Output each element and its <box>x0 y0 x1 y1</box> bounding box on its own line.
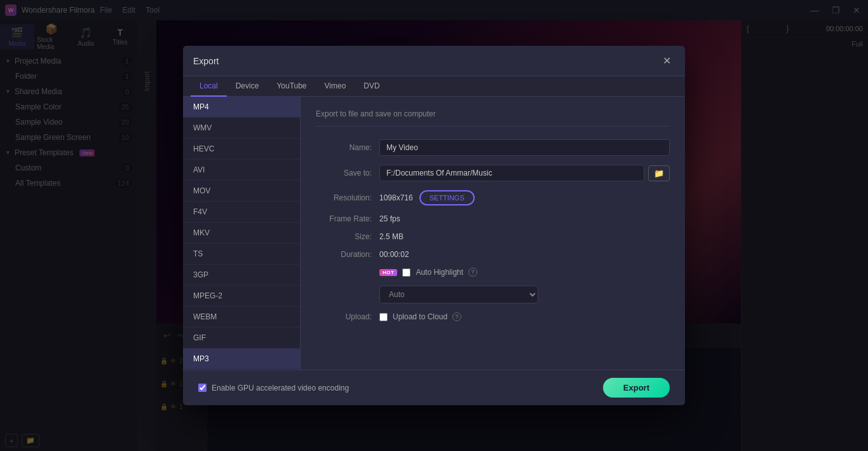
format-mkv[interactable]: MKV <box>183 223 300 244</box>
format-ts[interactable]: TS <box>183 244 300 265</box>
format-f4v[interactable]: F4V <box>183 202 300 223</box>
export-settings: Export to file and save on computer Name… <box>301 97 685 370</box>
modal-overlay: Export ✕ Local Device YouTube Vimeo DVD … <box>0 0 868 451</box>
frame-rate-label: Frame Rate: <box>316 214 379 223</box>
resolution-value: 1098x716 <box>379 193 413 202</box>
modal-footer: Enable GPU accelerated video encoding Ex… <box>183 370 685 405</box>
gpu-label: Enable GPU accelerated video encoding <box>212 384 349 392</box>
size-value: 2.5 MB <box>379 232 670 241</box>
tab-local[interactable]: Local <box>191 76 227 97</box>
save-path-input[interactable] <box>379 165 644 181</box>
duration-value: 00:00:02 <box>379 250 670 259</box>
browse-button[interactable]: 📁 <box>648 165 670 181</box>
format-mp4[interactable]: MP4 <box>183 97 300 118</box>
auto-highlight-checkbox[interactable] <box>402 268 410 277</box>
format-mp3[interactable]: MP3 <box>183 349 300 370</box>
resolution-row: Resolution: 1098x716 SETTINGS <box>316 190 670 205</box>
gpu-checkbox[interactable] <box>198 384 207 392</box>
save-to-label: Save to: <box>316 169 379 177</box>
name-input[interactable] <box>379 139 670 156</box>
save-to-row: Save to: 📁 <box>316 165 670 181</box>
tab-vimeo[interactable]: Vimeo <box>316 76 355 97</box>
export-subtitle: Export to file and save on computer <box>316 109 670 127</box>
format-wmv[interactable]: WMV <box>183 118 300 139</box>
modal-header: Export ✕ <box>183 46 685 76</box>
auto-highlight-row: HOT Auto Highlight ? <box>316 268 670 277</box>
upload-to-cloud-label: Upload to Cloud <box>393 312 447 321</box>
duration-row: Duration: 00:00:02 <box>316 250 670 259</box>
format-gif[interactable]: GIF <box>183 328 300 349</box>
upload-checkbox-row: Upload to Cloud ? <box>379 312 461 321</box>
hot-badge: HOT <box>379 269 397 276</box>
format-avi[interactable]: AVI <box>183 160 300 181</box>
modal-close-button[interactable]: ✕ <box>659 53 675 68</box>
format-hevc[interactable]: HEVC <box>183 139 300 160</box>
format-webm[interactable]: WEBM <box>183 307 300 328</box>
duration-label: Duration: <box>316 250 379 259</box>
settings-button[interactable]: SETTINGS <box>419 190 475 205</box>
name-label: Name: <box>316 143 379 152</box>
modal-body: MP4 WMV HEVC AVI MOV F4V MKV TS 3GP MPEG… <box>183 97 685 370</box>
auto-highlight-checkbox-row: HOT Auto Highlight ? <box>379 268 477 277</box>
modal-title: Export <box>193 56 219 66</box>
tab-device[interactable]: Device <box>227 76 268 97</box>
export-modal: Export ✕ Local Device YouTube Vimeo DVD … <box>183 46 685 405</box>
format-mov[interactable]: MOV <box>183 181 300 202</box>
upload-help-icon[interactable]: ? <box>452 312 461 321</box>
frame-rate-value: 25 fps <box>379 214 670 223</box>
resolution-label: Resolution: <box>316 193 379 202</box>
format-mpeg2[interactable]: MPEG-2 <box>183 286 300 307</box>
auto-highlight-label: Auto Highlight <box>416 268 463 277</box>
size-row: Size: 2.5 MB <box>316 232 670 241</box>
auto-select-row: Auto <box>316 286 670 303</box>
format-list: MP4 WMV HEVC AVI MOV F4V MKV TS 3GP MPEG… <box>183 97 301 370</box>
size-label: Size: <box>316 232 379 241</box>
tab-youtube[interactable]: YouTube <box>268 76 315 97</box>
gpu-checkbox-row: Enable GPU accelerated video encoding <box>198 384 349 392</box>
upload-row: Upload: Upload to Cloud ? <box>316 312 670 321</box>
resolution-value-row: 1098x716 SETTINGS <box>379 190 670 205</box>
path-row: 📁 <box>379 165 670 181</box>
export-button[interactable]: Export <box>603 378 670 398</box>
upload-label: Upload: <box>316 312 379 321</box>
auto-highlight-help-icon[interactable]: ? <box>468 268 477 277</box>
format-3gp[interactable]: 3GP <box>183 265 300 286</box>
name-row: Name: <box>316 139 670 156</box>
auto-select-dropdown[interactable]: Auto <box>379 286 538 303</box>
modal-tabs: Local Device YouTube Vimeo DVD <box>183 76 685 97</box>
upload-cloud-checkbox[interactable] <box>379 313 388 321</box>
tab-dvd[interactable]: DVD <box>355 76 388 97</box>
frame-rate-row: Frame Rate: 25 fps <box>316 214 670 223</box>
